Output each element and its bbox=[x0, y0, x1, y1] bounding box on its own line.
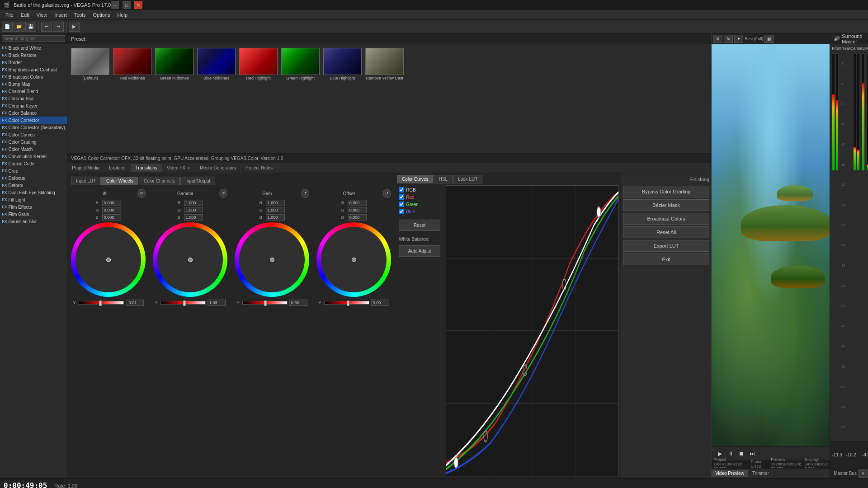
panel-tab-close[interactable]: ✕ bbox=[187, 166, 190, 170]
preset-item-blue-highlight[interactable]: Blue Highlight bbox=[323, 48, 362, 80]
plugin-item[interactable]: FXFilm Grain bbox=[0, 211, 67, 218]
bypass-color-grading-button[interactable]: Bypass Color Grading bbox=[623, 186, 709, 197]
plugin-item[interactable]: FXBlack and White bbox=[0, 44, 67, 52]
plugin-item[interactable]: FXFilm Effects bbox=[0, 203, 67, 211]
plugin-item[interactable]: FXColor Curves bbox=[0, 131, 67, 138]
lift-reset-button[interactable]: ↺ bbox=[137, 189, 146, 198]
offset-y-track[interactable] bbox=[324, 301, 369, 305]
plugin-item[interactable]: FXGaussian Blur bbox=[0, 218, 67, 225]
lift-wheel-canvas[interactable] bbox=[71, 222, 146, 297]
menu-item-view[interactable]: View bbox=[33, 11, 51, 19]
menu-item-edit[interactable]: Edit bbox=[17, 11, 33, 19]
exit-button[interactable]: Exit bbox=[623, 253, 709, 265]
preset-item-red-midtones[interactable]: Red Midtones bbox=[113, 48, 151, 80]
gain-r-input[interactable] bbox=[266, 200, 285, 206]
preset-item-default[interactable]: (Default) bbox=[71, 48, 109, 80]
lift-y-track[interactable] bbox=[79, 301, 124, 305]
offset-wheel-canvas[interactable] bbox=[316, 222, 391, 297]
color-tab-io[interactable]: Input/Output bbox=[180, 177, 215, 185]
minimize-button[interactable]: ─ bbox=[111, 1, 119, 9]
gain-reset-button[interactable]: ↺ bbox=[301, 189, 309, 198]
broadcast-colors-button[interactable]: Broadcast Colors bbox=[623, 213, 709, 225]
color-tab-channels[interactable]: Color Channels bbox=[139, 177, 180, 185]
video-settings-button[interactable]: ⚙ bbox=[713, 35, 722, 43]
preset-item-green-highlight[interactable]: Green Highlight bbox=[281, 48, 320, 80]
maximize-button[interactable]: □ bbox=[123, 1, 131, 9]
video-grid-button[interactable]: ▦ bbox=[764, 35, 774, 43]
plugin-item[interactable]: FXDefocus bbox=[0, 174, 67, 182]
lift-y-handle[interactable] bbox=[99, 300, 102, 306]
color-tab-wheels[interactable]: Color Wheels bbox=[101, 177, 138, 185]
menu-item-file[interactable]: File bbox=[2, 11, 17, 19]
curves-canvas[interactable] bbox=[446, 185, 619, 476]
preset-item-blue-midtones[interactable]: Blue Midtones bbox=[197, 48, 236, 80]
plugin-item[interactable]: FXColor Corrector (Secondary) bbox=[0, 124, 67, 131]
curves-tab-hsl[interactable]: HSL bbox=[434, 175, 452, 183]
plugin-item[interactable]: FXColor Match bbox=[0, 145, 67, 153]
plugin-item[interactable]: FXChannel Blend bbox=[0, 88, 67, 95]
plugin-item[interactable]: FXDeform bbox=[0, 182, 67, 189]
loop-button[interactable]: ⏭ bbox=[748, 450, 757, 458]
offset-y-input[interactable] bbox=[371, 300, 389, 306]
plugin-item[interactable]: FXColor Corrector bbox=[0, 117, 67, 124]
panel-tab-video-fx[interactable]: Video FX✕ bbox=[162, 164, 195, 172]
plugin-item[interactable]: FXCookie Cutter bbox=[0, 160, 67, 167]
pause-button[interactable]: ⏸ bbox=[726, 450, 735, 458]
gamma-y-handle[interactable] bbox=[183, 300, 186, 306]
plugin-item[interactable]: FXDual Fish Eye Stitching bbox=[0, 189, 67, 196]
new-button[interactable]: 📄 bbox=[2, 22, 13, 32]
gain-b-input[interactable] bbox=[266, 214, 285, 221]
lift-g-input[interactable] bbox=[102, 207, 121, 213]
plugin-item[interactable]: FXBlack Restore bbox=[0, 52, 67, 59]
plugin-item[interactable]: FXColor Balance bbox=[0, 109, 67, 117]
gain-y-handle[interactable] bbox=[264, 300, 267, 306]
lift-y-input[interactable] bbox=[126, 300, 144, 306]
offset-reset-button[interactable]: ↺ bbox=[383, 189, 391, 198]
plugin-item[interactable]: FXChroma Keyer bbox=[0, 102, 67, 109]
gamma-b-input[interactable] bbox=[184, 214, 203, 221]
panel-tab-project-media[interactable]: Project Media bbox=[67, 164, 104, 172]
play-button[interactable]: ▶ bbox=[715, 450, 724, 458]
rgb-checkbox[interactable] bbox=[399, 187, 404, 192]
search-input[interactable] bbox=[2, 35, 65, 42]
tab-video-preview[interactable]: Video Preview bbox=[712, 470, 748, 477]
undo-button[interactable]: ↩ bbox=[41, 22, 52, 32]
lift-b-input[interactable] bbox=[102, 214, 121, 221]
panel-tab-transitions[interactable]: Transitions bbox=[131, 164, 163, 172]
plugin-item[interactable]: FXBorder bbox=[0, 59, 67, 66]
plugin-item[interactable]: FXColor Grading bbox=[0, 138, 67, 145]
export-lut-button[interactable]: Export LUT bbox=[623, 240, 709, 252]
gain-g-input[interactable] bbox=[266, 207, 285, 213]
plugin-item[interactable]: FXFill Light bbox=[0, 196, 67, 203]
panel-tab-project-notes[interactable]: Project Notes bbox=[241, 164, 278, 172]
red-checkbox[interactable] bbox=[399, 194, 404, 200]
gamma-g-input[interactable] bbox=[184, 207, 203, 213]
tab-trimmer[interactable]: Trimmer bbox=[749, 470, 773, 477]
offset-g-input[interactable] bbox=[348, 207, 367, 213]
color-tab-input-lut[interactable]: Input LUT bbox=[71, 177, 101, 185]
redo-button[interactable]: ↪ bbox=[53, 22, 64, 32]
gamma-reset-button[interactable]: ↺ bbox=[219, 189, 227, 198]
reset-curves-button[interactable]: Reset bbox=[399, 220, 440, 231]
gamma-wheel-canvas[interactable] bbox=[153, 222, 227, 297]
menu-item-options[interactable]: Options bbox=[90, 11, 114, 19]
plugin-item[interactable]: FXBump Map bbox=[0, 80, 67, 88]
gamma-y-input[interactable] bbox=[208, 300, 226, 306]
close-button[interactable]: ✕ bbox=[134, 1, 142, 9]
blue-checkbox[interactable] bbox=[399, 209, 404, 214]
offset-b-input[interactable] bbox=[348, 214, 367, 221]
render-button[interactable]: ▶ bbox=[69, 22, 80, 32]
plugin-item[interactable]: FXConvolution Kernel bbox=[0, 153, 67, 160]
bezier-mask-button[interactable]: Bézier Mask bbox=[623, 199, 709, 211]
lift-r-input[interactable] bbox=[102, 200, 121, 206]
offset-r-input[interactable] bbox=[348, 200, 367, 206]
menu-item-help[interactable]: Help bbox=[113, 11, 131, 19]
panel-tab-explorer[interactable]: Explorer bbox=[104, 164, 131, 172]
video-quality-button[interactable]: ▼ bbox=[734, 35, 743, 43]
curves-tab-lut[interactable]: Look LUT bbox=[453, 175, 482, 183]
preset-item-remove-yellow-cast[interactable]: Remove Yellow Cast bbox=[365, 48, 404, 80]
plugin-item[interactable]: FXChroma Blur bbox=[0, 95, 67, 102]
menu-item-tools[interactable]: Tools bbox=[71, 11, 90, 19]
plugin-item[interactable]: FXBrightness and Contrast bbox=[0, 66, 67, 73]
reset-all-button[interactable]: Reset All bbox=[623, 226, 709, 238]
